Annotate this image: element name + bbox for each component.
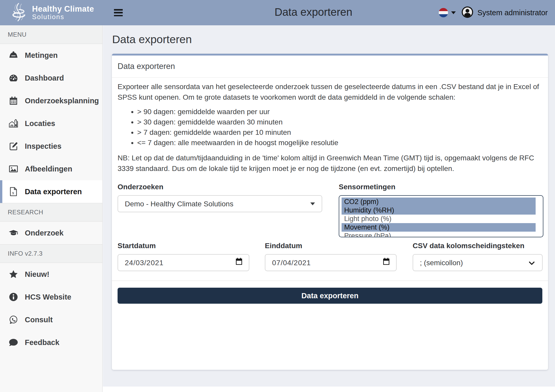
user-avatar-icon (461, 6, 473, 19)
card-body: Exporteer alle sensordata van het gesele… (112, 78, 548, 271)
bullet-item: <= 7 dagen: alle meetwaarden in de hoogs… (137, 138, 542, 148)
listbox-option-movement[interactable]: Movement (%) (342, 223, 536, 232)
sidebar-item-hcs-website[interactable]: HCS Website (0, 286, 102, 308)
onderzoeken-label: Onderzoeken (118, 182, 322, 192)
card-footer: Data exporteren (112, 280, 548, 304)
startdatum-label: Startdatum (118, 240, 249, 251)
file-excel-icon: x (8, 186, 19, 197)
page-title: Data exporteren (112, 33, 555, 46)
intro-text: Exporteer alle sensordata van het gesele… (118, 81, 542, 103)
bullet-item: > 7 dagen: gemiddelde waarden per 10 min… (137, 127, 542, 138)
info-circle-icon (8, 292, 19, 302)
chevron-down-icon (528, 259, 535, 266)
sidebar-item-consult[interactable]: Consult (0, 308, 102, 331)
sidebar-item-inspecties[interactable]: Inspecties (0, 135, 102, 158)
nb-text: NB: Let op dat de datum/tijdaanduiding i… (118, 153, 542, 174)
app-window: Healthy Climate Solutions Data exportere… (0, 0, 555, 392)
card-title: Data exporteren (112, 56, 548, 78)
startdatum-input[interactable]: 24/03/2021 (118, 254, 249, 271)
edit-pen-icon (8, 141, 19, 151)
listbox-option-humidity[interactable]: Humidity (%RH) (342, 206, 536, 215)
calendar-icon (8, 96, 19, 106)
startdatum-field: Startdatum 24/03/2021 (118, 240, 249, 271)
bullet-item: > 90 dagen: gemiddelde waarden per uur (137, 107, 542, 117)
sensor-icon (8, 50, 19, 60)
whatsapp-icon (8, 315, 19, 325)
dropdown-caret-icon (451, 11, 456, 14)
export-button[interactable]: Data exporteren (118, 288, 542, 304)
sidebar-section-info-version: INFO v2.7.3 (0, 244, 102, 263)
sidebar-section-menu: MENU (0, 25, 102, 44)
sidebar-item-label: HCS Website (25, 293, 71, 301)
startdatum-value: 24/03/2021 (125, 257, 164, 268)
sidebar-section-research: RESEARCH (0, 203, 102, 222)
onderzoeken-select[interactable]: Demo - Healthy Climate Solutions (118, 195, 322, 212)
sensormetingen-listbox[interactable]: CO2 (ppm) Humidity (%RH) Light photo (%)… (339, 195, 543, 237)
scale-bullet-list: > 90 dagen: gemiddelde waarden per uur >… (118, 107, 542, 148)
sidebar-item-metingen[interactable]: Metingen (0, 44, 102, 67)
einddatum-value: 07/04/2021 (272, 257, 311, 268)
sensormetingen-label: Sensormetingen (339, 182, 543, 192)
sidebar-item-afbeeldingen[interactable]: Afbeeldingen (0, 158, 102, 180)
sidebar-item-label: Metingen (25, 51, 58, 60)
dashboard-gauge-icon (8, 73, 19, 83)
sidebar-item-dashboard[interactable]: Dashboard (0, 67, 102, 89)
dropdown-caret-icon (310, 202, 315, 205)
sidebar-item-feedback[interactable]: Feedback (0, 331, 102, 354)
header-title: Data exporteren (274, 6, 352, 18)
brand-name: Healthy Climate (32, 5, 94, 13)
sidebar-item-onderzoek[interactable]: Onderzoek (0, 222, 102, 244)
listbox-option-pressure[interactable]: Pressure (hPa) (342, 232, 536, 237)
sidebar-item-data-exporteren[interactable]: x Data exporteren (0, 180, 102, 203)
einddatum-field: Einddatum 07/04/2021 (265, 240, 397, 271)
onderzoeken-selected-value: Demo - Healthy Climate Solutions (125, 199, 233, 209)
top-bar: Healthy Climate Solutions Data exportere… (0, 0, 555, 25)
globe-logo-icon (10, 3, 28, 22)
form-row-top: Onderzoeken Demo - Healthy Climate Solut… (118, 182, 542, 237)
sidebar-item-label: Dashboard (25, 74, 64, 82)
csv-separator-select[interactable]: ; (semicollon) (413, 254, 543, 271)
data-export-card: Data exporteren Exporteer alle sensordat… (112, 54, 548, 370)
header-right-cluster: System administrator (439, 0, 548, 25)
sidebar-item-label: Feedback (25, 338, 59, 347)
svg-text:x: x (12, 191, 14, 195)
sidebar-item-label: Data exporteren (25, 187, 82, 196)
csv-separator-field: CSV data kolomscheidingsteken ; (semicol… (413, 240, 543, 271)
farm-building-icon (8, 118, 19, 129)
image-icon (8, 164, 19, 174)
star-icon (8, 269, 19, 279)
user-name: System administrator (477, 9, 548, 17)
sidebar-item-label: Locaties (25, 119, 55, 128)
graduation-cap-icon (8, 228, 19, 238)
einddatum-label: Einddatum (265, 240, 397, 251)
comment-icon (8, 337, 19, 348)
date-picker-icon[interactable] (235, 257, 243, 269)
sensormetingen-field: Sensormetingen CO2 (ppm) Humidity (%RH) … (339, 182, 543, 237)
listbox-option-co2[interactable]: CO2 (ppm) (342, 198, 536, 206)
sidebar-item-label: Afbeeldingen (25, 165, 72, 173)
csv-separator-value: ; (semicollon) (420, 257, 463, 268)
sidebar-item-label: Onderzoeksplanning (25, 97, 99, 105)
einddatum-input[interactable]: 07/04/2021 (265, 254, 397, 271)
sidebar-item-locaties[interactable]: Locaties (0, 112, 102, 135)
sidebar-item-onderzoeksplanning[interactable]: Onderzoeksplanning (0, 89, 102, 112)
listbox-option-light-photo[interactable]: Light photo (%) (342, 215, 536, 223)
hamburger-menu-icon[interactable] (114, 9, 123, 16)
language-switcher[interactable] (439, 8, 456, 17)
csv-separator-label: CSV data kolomscheidingsteken (413, 240, 543, 251)
flag-nl-icon (439, 8, 448, 17)
sidebar-item-label: Onderzoek (25, 229, 64, 237)
brand-subname: Solutions (32, 13, 94, 20)
main-content: Data exporteren Data exporteren Exportee… (103, 25, 555, 392)
bullet-item: > 30 dagen: gemiddelde waarden 30 minute… (137, 117, 542, 127)
sidebar-item-label: Nieuw! (25, 270, 49, 279)
date-picker-icon[interactable] (382, 257, 390, 269)
brand-logo: Healthy Climate Solutions (0, 3, 103, 22)
sidebar-item-nieuw[interactable]: Nieuw! (0, 263, 102, 286)
onderzoeken-field: Onderzoeken Demo - Healthy Climate Solut… (118, 182, 322, 212)
user-menu[interactable]: System administrator (461, 6, 548, 19)
form-row-bottom: Startdatum 24/03/2021 Einddatum 07/04/20… (118, 240, 542, 271)
sidebar-item-label: Consult (25, 316, 53, 324)
brand-text: Healthy Climate Solutions (32, 5, 94, 20)
sidebar-item-label: Inspecties (25, 142, 61, 151)
